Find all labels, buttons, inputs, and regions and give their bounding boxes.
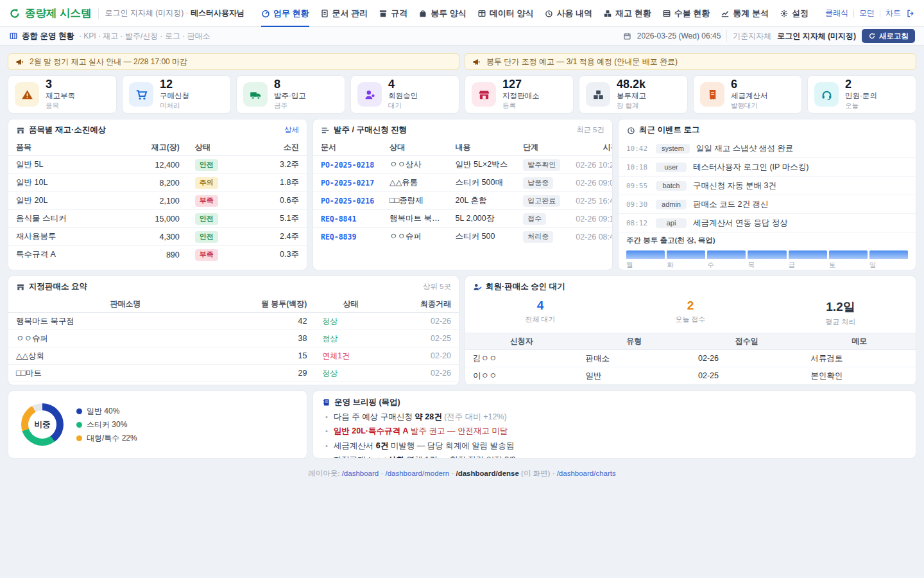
- stock-table: 품목 재고(장) 상태 소진 일반 5L12,400안전3.2주 일반 10L8…: [8, 139, 307, 263]
- list-item: 09:55batch구매신청 자동 분배 3건: [619, 177, 916, 195]
- refresh-button[interactable]: 새로고침: [862, 29, 915, 43]
- briefing-item: •다음 주 예상 구매신청 약 28건 (전주 대비 +12%): [325, 412, 907, 423]
- step-badge: 발주확인: [523, 159, 560, 171]
- footer-current-layout: /dashboard/dense: [456, 469, 518, 477]
- bullet-icon: •: [325, 427, 328, 435]
- kpi-card-purchase-requests: 12 구매신청 미처리: [122, 75, 231, 114]
- list-item: 08:12api세금계산서 연동 응답 정상: [619, 214, 916, 232]
- kpi-card-inquiries: 2 민원·문의 오늘: [807, 75, 916, 114]
- app-title: 종량제 시스템: [25, 6, 92, 21]
- bullet-icon: •: [325, 442, 328, 450]
- nav-ledger-status[interactable]: 수불 현황: [662, 0, 710, 27]
- megaphone-icon: [472, 58, 481, 66]
- bar: [667, 250, 705, 259]
- recycle-logo-icon: [9, 8, 21, 19]
- event-log-title: 최근 이벤트 로그: [626, 125, 699, 136]
- nav-work-status[interactable]: 업무 현황: [261, 0, 309, 27]
- briefing-panel: 운영 브리핑 (목업) •다음 주 예상 구매신청 약 28건 (전주 대비 +…: [312, 390, 916, 459]
- table-row: 일반 20L2,100부족0.6주: [8, 192, 307, 210]
- list-item: 09:30admin판매소 코드 2건 갱신: [619, 195, 916, 214]
- app-logo[interactable]: 종량제 시스템: [9, 6, 92, 21]
- status-badge: 안전: [195, 231, 218, 243]
- notice-banner-2: 봉투 단가 조정 예고 — 3/1 적용 예정 (안내문 배포 완료): [465, 53, 916, 70]
- nav-data-form[interactable]: 데이터 양식: [477, 0, 534, 27]
- warning-icon: [15, 82, 39, 107]
- table-row: PO-2025-0216□□종량제20L 혼합입고완료02-25 16:40: [313, 192, 613, 210]
- bar: [707, 250, 746, 259]
- truck-icon: [243, 82, 268, 107]
- kpi-card-tax-invoice: 6 세금계산서 발행대기: [693, 75, 802, 114]
- doc-link[interactable]: PO-2025-0217: [321, 179, 374, 188]
- store-icon: [16, 283, 25, 292]
- bar: [829, 250, 868, 259]
- headset-icon: [814, 82, 839, 107]
- list-item: 10:42system일일 재고 스냅샷 생성 완료: [619, 139, 916, 158]
- footer-link-charts[interactable]: /dashboard/charts: [557, 469, 616, 477]
- divider: [853, 10, 854, 17]
- bar-column: 수: [707, 250, 746, 270]
- table-row: 김ㅇㅇ판매소02-26서류검토: [465, 350, 916, 367]
- nav-usage-history[interactable]: 사용 내역: [544, 0, 592, 27]
- orders-panel-title: 발주 / 구매신청 진행: [321, 125, 407, 136]
- storefront-icon: [16, 126, 25, 135]
- bar: [748, 250, 786, 259]
- nav-statistics[interactable]: 통계 분석: [721, 0, 769, 27]
- list-icon: [321, 126, 330, 135]
- table-row: REQ-8841행복마트 북…5L 2,000장접수02-26 09:12: [313, 210, 613, 228]
- ledger-icon: [662, 9, 671, 18]
- doc-link[interactable]: REQ-8839: [321, 232, 356, 241]
- footer-link-dashboard[interactable]: /dashboard: [342, 469, 379, 477]
- step-badge: 접수: [523, 213, 546, 225]
- stock-detail-link[interactable]: 상세: [284, 125, 299, 135]
- doc-link[interactable]: REQ-8841: [321, 215, 356, 223]
- status-badge: 주의: [195, 177, 218, 189]
- nav-settings[interactable]: 설정: [780, 0, 809, 27]
- footer-link-modern[interactable]: /dashboard/modern: [385, 469, 449, 477]
- table-row: △△상회15연체1건02-20: [8, 347, 459, 365]
- log-tag-badge: api: [656, 218, 687, 228]
- bag-icon: [418, 9, 427, 18]
- share-donut: 비중: [21, 403, 64, 446]
- page-subheader: 종합 운영 현황 · KPI · 재고 · 발주/신청 · 로그 · 판매소 2…: [0, 27, 924, 46]
- layout-switcher: 클래식 모던 차트: [825, 8, 915, 19]
- nav-inventory-status[interactable]: 재고 현황: [603, 0, 651, 27]
- log-tag-badge: admin: [656, 200, 687, 209]
- nav-bag-form[interactable]: 봉투 양식: [418, 0, 466, 27]
- weekly-chart-label: 주간 봉투 출고(천 장, 목업): [626, 236, 908, 245]
- doc-link[interactable]: PO-2025-0216: [321, 197, 374, 206]
- layout-footer: 레이아웃: /dashboard · /dashboard/modern · /…: [8, 465, 916, 487]
- bar-column: 일: [869, 250, 908, 270]
- table-row: PO-2025-0217△△유통스티커 500매납품중02-26 09:05: [313, 174, 613, 192]
- approval-stats: 4전체 대기 2오늘 접수 1.2일평균 처리: [465, 293, 916, 333]
- donut-center-label: 비중: [28, 410, 56, 439]
- logout-icon[interactable]: [906, 9, 915, 18]
- table-row: 행복마트 북구점42정상02-26: [8, 313, 459, 330]
- bar-label: 일: [869, 261, 908, 270]
- layout-link-chart[interactable]: 차트: [886, 8, 901, 19]
- step-badge: 입고완료: [523, 195, 560, 207]
- legend-dot: [76, 408, 82, 414]
- bar-label: 화: [667, 261, 705, 270]
- bar-label: 월: [626, 261, 665, 270]
- kpi-card-designated-stores: 127 지정판매소 등록: [465, 75, 574, 114]
- store-status: 정상: [322, 334, 338, 343]
- status-badge: 안전: [195, 159, 218, 171]
- bar-column: 금: [789, 250, 827, 270]
- chart-line-icon: [721, 9, 730, 18]
- layout-link-classic[interactable]: 클래식: [825, 8, 848, 19]
- log-tag-badge: system: [656, 144, 690, 153]
- step-badge: 처리중: [523, 231, 553, 243]
- layout-link-modern[interactable]: 모던: [859, 8, 875, 19]
- doc-link[interactable]: PO-2025-0218: [321, 161, 374, 170]
- boxes-icon: [586, 82, 610, 107]
- calendar-icon: [623, 32, 631, 40]
- nav-spec[interactable]: 규격: [379, 0, 407, 27]
- user-name: 테스터사용자님: [191, 8, 244, 17]
- divider: [726, 30, 727, 42]
- table-row: PO-2025-0218ㅇㅇ상사일반 5L×2박스발주확인02-26 10:20: [313, 156, 613, 174]
- list-item: 10:18user테스터사용자 로그인 (IP 마스킹): [619, 158, 916, 177]
- nav-document-mgmt[interactable]: 문서 관리: [320, 0, 368, 27]
- store-icon: [472, 82, 496, 107]
- table-row: 일반 10L8,200주의1.8주: [8, 174, 307, 192]
- bar: [789, 250, 827, 259]
